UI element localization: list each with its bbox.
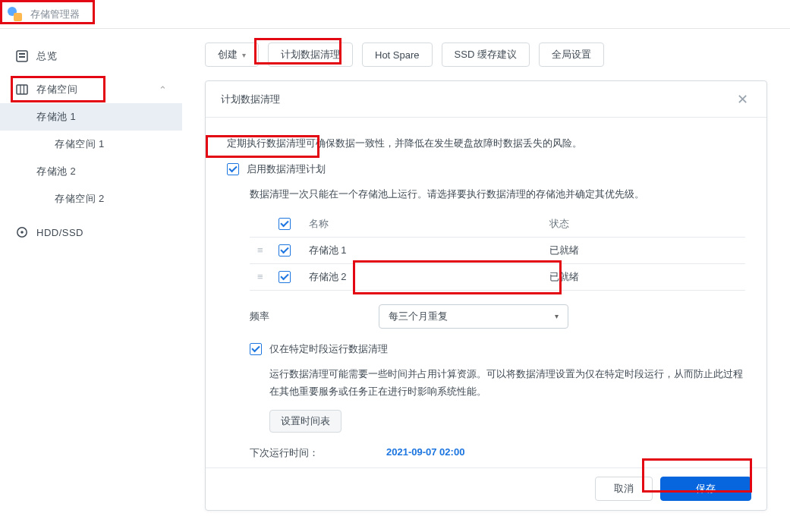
button-label: 创建 <box>218 48 238 61</box>
table-row: ≡ 存储池 1 已就绪 <box>250 237 745 263</box>
global-settings-button[interactable]: 全局设置 <box>539 42 604 67</box>
svg-rect-5 <box>17 85 27 94</box>
col-status: 状态 <box>542 211 745 238</box>
dialog-title: 计划数据清理 <box>221 93 280 106</box>
sidebar-item-overview[interactable]: 总览 <box>0 42 182 70</box>
sidebar: 总览 存储空间 ⌃ 存储池 1 存储空间 1 存储池 2 存储空间 2 HDD/… <box>0 29 182 532</box>
sidebar-item-pool1[interactable]: 存储池 1 <box>0 103 182 131</box>
time-window-label: 仅在特定时段运行数据清理 <box>269 342 388 356</box>
chevron-down-icon: ▾ <box>555 312 559 320</box>
time-window-checkbox[interactable] <box>250 343 262 355</box>
next-run-time: 2021-09-07 02:00 <box>386 446 464 460</box>
sidebar-item-pool2[interactable]: 存储池 2 <box>0 158 182 185</box>
select-all-checkbox[interactable] <box>279 218 291 230</box>
frequency-label: 频率 <box>250 310 379 323</box>
button-label: 设置时间表 <box>281 415 330 427</box>
overview-icon <box>15 49 29 63</box>
sidebar-item-label: 存储池 1 <box>36 110 76 124</box>
col-check-header <box>271 211 301 238</box>
sidebar-item-label: HDD/SSD <box>36 227 83 238</box>
titlebar: 存储管理器 <box>0 0 790 29</box>
svg-rect-1 <box>14 13 22 21</box>
sidebar-item-vol2[interactable]: 存储空间 2 <box>0 185 182 212</box>
time-window-row[interactable]: 仅在特定时段运行数据清理 <box>250 342 745 356</box>
sidebar-item-label: 存储池 2 <box>36 165 76 178</box>
cell-status: 已就绪 <box>542 237 745 263</box>
col-name: 名称 <box>301 211 542 238</box>
svg-point-9 <box>20 231 24 234</box>
cell-name: 存储池 1 <box>301 237 542 263</box>
set-schedule-button[interactable]: 设置时间表 <box>269 410 341 433</box>
row-checkbox[interactable] <box>279 244 291 257</box>
next-run-label: 下次运行时间： <box>250 446 386 460</box>
storage-icon <box>15 83 29 96</box>
dialog-body: 定期执行数据清理可确保数据一致性，并降低在发生硬盘故障时数据丢失的风险。 启用数… <box>206 118 766 467</box>
svg-rect-3 <box>19 53 25 55</box>
frequency-select[interactable]: 每三个月重复 ▾ <box>379 304 568 329</box>
svg-rect-4 <box>19 56 25 58</box>
button-label: 保存 <box>696 483 716 494</box>
button-label: 计划数据清理 <box>281 48 340 61</box>
cell-status: 已就绪 <box>542 263 745 290</box>
frequency-value: 每三个月重复 <box>389 310 448 323</box>
chevron-up-icon: ⌃ <box>159 84 168 96</box>
next-run-row: 下次运行时间： 2021-09-07 02:00 <box>250 446 745 460</box>
button-label: SSD 缓存建议 <box>455 48 517 61</box>
scrub-dialog: 计划数据清理 ✕ 定期执行数据清理可确保数据一致性，并降低在发生硬盘故障时数据丢… <box>205 80 767 511</box>
button-label: 全局设置 <box>552 48 591 61</box>
toolbar: 创建 ▾ 计划数据清理 Hot Spare SSD 缓存建议 全局设置 <box>205 42 767 67</box>
sidebar-item-label: 存储空间 <box>36 83 77 96</box>
scrub-button[interactable]: 计划数据清理 <box>268 42 353 67</box>
drag-handle-icon[interactable]: ≡ <box>250 237 271 263</box>
main-area: 创建 ▾ 计划数据清理 Hot Spare SSD 缓存建议 全局设置 计划数据… <box>182 29 790 532</box>
sidebar-item-label: 存储空间 2 <box>55 192 105 206</box>
button-label: 取消 <box>614 483 634 494</box>
app-title: 存储管理器 <box>30 8 80 21</box>
cancel-button[interactable]: 取消 <box>595 477 653 501</box>
time-window-description: 运行数据清理可能需要一些时间并占用计算资源。可以将数据清理设置为仅在特定时段运行… <box>269 365 745 401</box>
dialog-header: 计划数据清理 ✕ <box>206 81 766 118</box>
pool-table: 名称 状态 ≡ 存储池 1 已就绪 <box>250 211 745 291</box>
sidebar-item-storage[interactable]: 存储空间 ⌃ <box>0 76 182 103</box>
enable-plan-row[interactable]: 启用数据清理计划 <box>227 162 745 176</box>
hotspare-button[interactable]: Hot Spare <box>362 42 433 67</box>
cell-name: 存储池 2 <box>301 263 542 290</box>
sidebar-item-hdd-ssd[interactable]: HDD/SSD <box>0 219 182 246</box>
dialog-footer: 取消 保存 <box>206 467 766 510</box>
enable-plan-checkbox[interactable] <box>227 163 239 175</box>
frequency-row: 频率 每三个月重复 ▾ <box>250 304 745 329</box>
app-icon <box>6 5 24 24</box>
chevron-down-icon: ▾ <box>242 51 246 59</box>
table-row: ≡ 存储池 2 已就绪 <box>250 263 745 290</box>
enable-plan-label: 启用数据清理计划 <box>247 162 326 176</box>
disk-icon <box>15 225 29 239</box>
pool-hint: 数据清理一次只能在一个存储池上运行。请选择要执行数据清理的存储池并确定其优先级。 <box>250 185 745 203</box>
sidebar-item-vol1[interactable]: 存储空间 1 <box>0 131 182 158</box>
ssd-cache-button[interactable]: SSD 缓存建议 <box>442 42 530 67</box>
create-button[interactable]: 创建 ▾ <box>205 42 259 67</box>
sidebar-item-label: 总览 <box>36 49 57 63</box>
row-checkbox[interactable] <box>279 271 291 283</box>
sidebar-item-label: 存储空间 1 <box>55 137 105 151</box>
dialog-description: 定期执行数据清理可确保数据一致性，并降低在发生硬盘故障时数据丢失的风险。 <box>227 134 745 152</box>
drag-handle-icon[interactable]: ≡ <box>250 263 271 290</box>
save-button[interactable]: 保存 <box>660 477 751 501</box>
close-icon[interactable]: ✕ <box>734 88 751 111</box>
button-label: Hot Spare <box>375 49 420 61</box>
col-drag <box>250 211 271 238</box>
